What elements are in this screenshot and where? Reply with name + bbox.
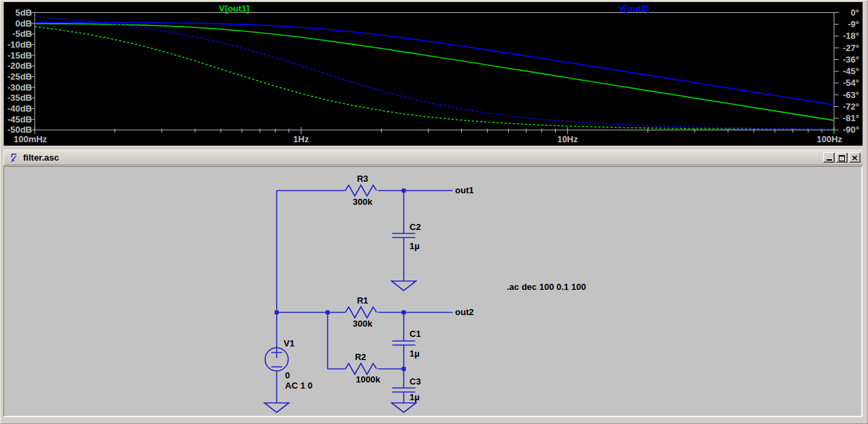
db-tick-label: -10dB: [7, 39, 32, 50]
phase-tick-label: -36°: [843, 54, 859, 65]
maximize-icon: [839, 155, 845, 161]
phase-tick-label: -72°: [843, 101, 859, 112]
bode-plot: 5dB0dB-5dB-10dB-15dB-20dB-25dB-30dB-35dB…: [4, 2, 863, 146]
db-tick-label: -45dB: [7, 114, 32, 125]
plot-frame: [35, 13, 834, 131]
ltspice-schematic-icon: [8, 152, 19, 163]
component-ref-C2[interactable]: C2: [410, 223, 421, 232]
component-ref-V1[interactable]: V1: [284, 339, 295, 348]
component-ref-R3[interactable]: R3: [342, 174, 383, 184]
db-tick-label: -30dB: [7, 82, 32, 93]
phase-tick-label: -27°: [843, 43, 859, 53]
db-tick-label: 0dB: [15, 18, 32, 29]
phase-tick-label: -9°: [848, 19, 859, 29]
db-tick-label: -35dB: [7, 93, 32, 103]
freq-tick-label: 100mHz: [14, 134, 48, 144]
schematic-drawing: [4, 167, 861, 416]
ground-symbol: [392, 403, 416, 412]
db-tick-label: -20dB: [7, 61, 32, 71]
close-icon: ×: [850, 153, 860, 162]
phase-tick-label: -63°: [843, 90, 859, 100]
resistor-R3[interactable]: [346, 185, 377, 196]
trace-v-out1-magnitude: [35, 24, 834, 120]
component-value2-V1[interactable]: AC 1 0: [285, 381, 312, 391]
schematic-canvas[interactable]: R3 300k out1 C2 1µ R1 300k out2 C1 1µ R2…: [3, 166, 863, 417]
net-label-out2[interactable]: out2: [455, 308, 473, 317]
phase-tick-label: -81°: [843, 113, 859, 123]
trace-label-V[out2]: V[out2]: [618, 3, 649, 14]
component-value-C2[interactable]: 1µ: [410, 242, 420, 251]
net-label-out1[interactable]: out1: [455, 186, 473, 195]
window-title: filter.asc: [23, 152, 822, 163]
phase-tick-label: -90°: [843, 125, 859, 135]
component-value-R3[interactable]: 300k: [342, 197, 383, 207]
minimize-button[interactable]: [823, 152, 835, 163]
phase-tick-label: 0°: [851, 7, 859, 18]
component-value-R2[interactable]: 1000k: [348, 375, 388, 385]
db-tick-label: 5dB: [15, 7, 32, 18]
minimize-icon: [827, 159, 832, 161]
phase-tick-label: -54°: [843, 78, 859, 88]
phase-tick-label: -18°: [843, 31, 859, 41]
component-ref-R1[interactable]: R1: [342, 296, 383, 306]
db-tick-label: -15dB: [7, 50, 32, 61]
spice-directive[interactable]: .ac dec 100 0.1 100: [507, 282, 586, 292]
phase-tick-label: -45°: [843, 66, 859, 76]
component-value-R1[interactable]: 300k: [342, 319, 383, 329]
freq-tick-label: 10Hz: [557, 134, 578, 144]
maximize-button[interactable]: [836, 152, 848, 163]
db-tick-label: -40dB: [7, 103, 32, 114]
ltspice-window: 5dB0dB-5dB-10dB-15dB-20dB-25dB-30dB-35dB…: [0, 0, 868, 424]
component-value-C3[interactable]: 1µ: [410, 393, 420, 402]
freq-tick-label: 100Hz: [816, 134, 842, 144]
component-ref-C3[interactable]: C3: [410, 377, 421, 387]
capacitor-C2[interactable]: [393, 191, 416, 281]
component-ref-C1[interactable]: C1: [410, 329, 421, 339]
waveform-pane[interactable]: 5dB0dB-5dB-10dB-15dB-20dB-25dB-30dB-35dB…: [3, 2, 863, 146]
ground-symbol: [265, 403, 289, 412]
component-value-C1[interactable]: 1µ: [410, 349, 420, 359]
freq-tick-label: 1Hz: [293, 134, 310, 144]
resistor-R1[interactable]: [346, 307, 377, 318]
component-ref-R2[interactable]: R2: [340, 353, 381, 362]
trace-label-V[out1]: V[out1]: [219, 3, 250, 14]
schematic-titlebar[interactable]: filter.asc ×: [3, 150, 863, 165]
db-tick-label: -5dB: [12, 29, 32, 39]
capacitor-C1[interactable]: [393, 312, 416, 369]
db-tick-label: -25dB: [7, 71, 32, 82]
trace-v-out2-magnitude: [35, 22, 834, 105]
ground-symbol: [392, 281, 416, 291]
component-value-V1[interactable]: 0: [285, 371, 290, 380]
close-button[interactable]: ×: [849, 152, 861, 163]
resistor-R2[interactable]: [346, 363, 377, 374]
trace-v-out2-phase: [35, 17, 834, 129]
